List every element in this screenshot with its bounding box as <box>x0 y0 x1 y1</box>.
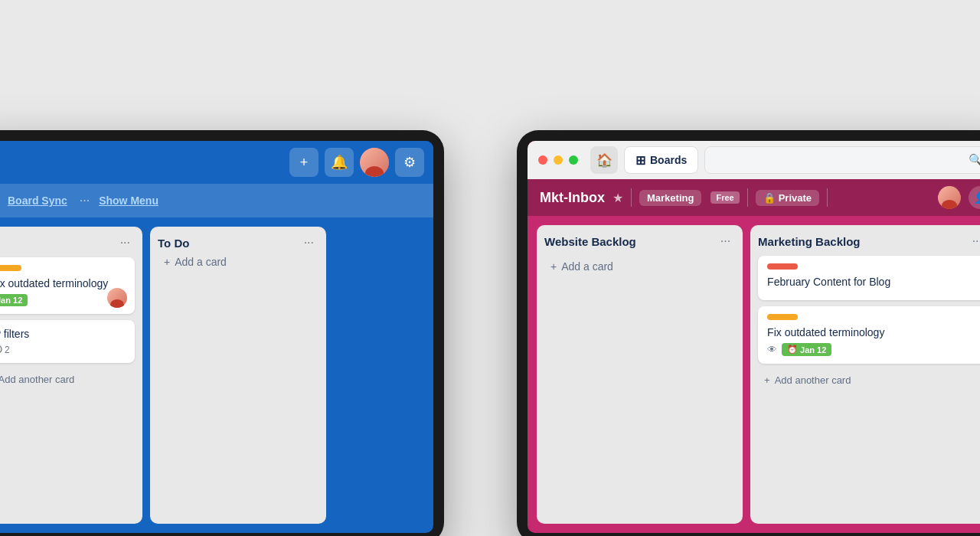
plus-icon-todo: + <box>164 256 170 268</box>
lock-icon: 🔒 <box>763 192 776 204</box>
plus-icon-mkt: + <box>764 374 770 386</box>
website-backlog-title: Website Backlog <box>544 235 636 248</box>
bell-icon: 🔔 <box>331 154 348 171</box>
boards-button[interactable]: ⊞ Boards <box>624 146 698 174</box>
card-label-yellow <box>0 265 21 271</box>
bell-button[interactable]: 🔔 <box>325 148 354 177</box>
card-label-red <box>767 263 798 270</box>
subheader-divider-2 <box>747 188 748 207</box>
traffic-light-yellow <box>554 155 563 165</box>
add-button[interactable]: + <box>289 148 318 177</box>
card-member-avatar <box>107 288 127 308</box>
add-member-icon: 👤 <box>974 191 981 204</box>
partial-column-header: ··· <box>0 234 135 251</box>
website-add-card-label: Add a card <box>561 260 613 273</box>
card-label-orange <box>767 314 798 320</box>
comment-count: 2 <box>5 345 10 355</box>
comment-icon: 💬 <box>0 345 2 355</box>
board-title: Mkt-Inbox <box>540 190 605 206</box>
board-sync-link[interactable]: Board Sync <box>8 194 67 207</box>
right-board-area: Website Backlog ··· + Add a card Marketi… <box>528 216 980 533</box>
left-topbar: + 🔔 ⚙ <box>0 141 433 184</box>
gear-icon: ⚙ <box>403 154 416 171</box>
date-label: Jan 12 <box>800 345 826 355</box>
right-tablet-screen: 🏠 ⊞ Boards 🔍 Mkt-Inbox ★ Marketing Free … <box>528 141 980 533</box>
card-fix-terminology[interactable]: Fix outdated terminology 👁 ⏰ Jan 12 <box>758 306 980 364</box>
website-add-card-button[interactable]: + Add a card <box>544 256 735 277</box>
settings-button[interactable]: ⚙ <box>395 148 424 177</box>
date-badge: Jan 12 <box>0 294 28 306</box>
clock-icon: ⏰ <box>787 345 798 355</box>
marketing-add-another-label: Add another card <box>775 374 851 386</box>
website-backlog-menu[interactable]: ··· <box>716 233 735 250</box>
left-tablet: + 🔔 ⚙ 🔄 Board Sync ··· Show Menu <box>0 130 444 536</box>
private-button[interactable]: 🔒 Private <box>756 190 819 206</box>
card-outdated-terminology[interactable]: Fix outdated terminology Jan 12 <box>0 257 135 314</box>
marketing-backlog-column: Marketing Backlog ··· February Content f… <box>750 225 980 524</box>
card-title-ip: IP filters <box>0 328 126 340</box>
show-menu-link[interactable]: Show Menu <box>99 194 158 207</box>
todo-add-card-button[interactable]: + Add a card <box>158 251 318 273</box>
watch-icon: 👁 <box>767 344 777 355</box>
card-february-content[interactable]: February Content for Blog <box>758 256 980 300</box>
todo-column: To Do ··· + Add a card <box>150 227 326 524</box>
subheader-divider-1 <box>631 188 632 207</box>
star-button[interactable]: ★ <box>612 191 623 205</box>
board-sync-row: 🔄 Board Sync ··· Show Menu <box>0 184 433 217</box>
private-label: Private <box>779 192 812 204</box>
card-feb-title: February Content for Blog <box>767 276 978 288</box>
home-icon: 🏠 <box>596 152 612 168</box>
card-badges-2: 💬 2 <box>0 345 126 355</box>
website-backlog-column: Website Backlog ··· + Add a card <box>537 225 743 524</box>
free-badge: Free <box>710 191 739 204</box>
left-tablet-screen: + 🔔 ⚙ 🔄 Board Sync ··· Show Menu <box>0 141 433 533</box>
traffic-light-green <box>569 155 578 165</box>
traffic-light-red <box>538 155 547 165</box>
left-partial-column: ··· Fix outdated terminology Jan 12 IP f… <box>0 227 142 524</box>
card-ip-filters[interactable]: IP filters 💬 2 <box>0 320 135 363</box>
todo-column-title: To Do <box>158 237 189 250</box>
website-backlog-header: Website Backlog ··· <box>544 233 735 250</box>
subheader-divider-3 <box>827 188 828 207</box>
right-tablet: 🏠 ⊞ Boards 🔍 Mkt-Inbox ★ Marketing Free … <box>517 130 980 536</box>
marketing-tag[interactable]: Marketing <box>639 190 701 206</box>
add-another-card-button[interactable]: + Add another card <box>0 369 135 390</box>
comment-badge: 💬 2 <box>0 345 10 355</box>
todo-column-header: To Do ··· <box>158 234 318 251</box>
right-topbar: 🏠 ⊞ Boards 🔍 <box>528 141 980 179</box>
marketing-backlog-title: Marketing Backlog <box>758 235 860 248</box>
search-bar[interactable]: 🔍 <box>704 146 980 174</box>
search-icon: 🔍 <box>969 153 980 167</box>
marketing-backlog-header: Marketing Backlog ··· <box>758 233 980 250</box>
add-member-button[interactable]: 👤 <box>969 186 980 209</box>
add-card-label: Add a card <box>175 256 227 268</box>
home-button[interactable]: 🏠 <box>590 146 618 174</box>
add-another-label: Add another card <box>0 374 74 385</box>
boards-label: Boards <box>650 154 687 166</box>
marketing-backlog-menu[interactable]: ··· <box>968 233 980 250</box>
plus-icon-website: + <box>550 260 557 273</box>
avatar-button[interactable] <box>360 148 389 177</box>
date-badge-terminology: ⏰ Jan 12 <box>782 343 831 356</box>
left-board-area: ··· Fix outdated terminology Jan 12 IP f… <box>0 217 433 533</box>
right-user-avatar <box>938 186 961 209</box>
card-title: Fix outdated terminology <box>0 277 126 289</box>
partial-column-menu[interactable]: ··· <box>116 234 135 251</box>
boards-grid-icon: ⊞ <box>635 153 645 168</box>
marketing-add-another-button[interactable]: + Add another card <box>758 370 980 391</box>
todo-column-menu[interactable]: ··· <box>299 234 318 251</box>
user-avatar <box>360 148 389 177</box>
card-terminology-title: Fix outdated terminology <box>767 326 978 338</box>
card-terminology-badges: 👁 ⏰ Jan 12 <box>767 343 978 356</box>
dots-menu-button[interactable]: ··· <box>80 194 90 208</box>
right-subheader: Mkt-Inbox ★ Marketing Free 🔒 Private 👤 <box>528 179 980 216</box>
